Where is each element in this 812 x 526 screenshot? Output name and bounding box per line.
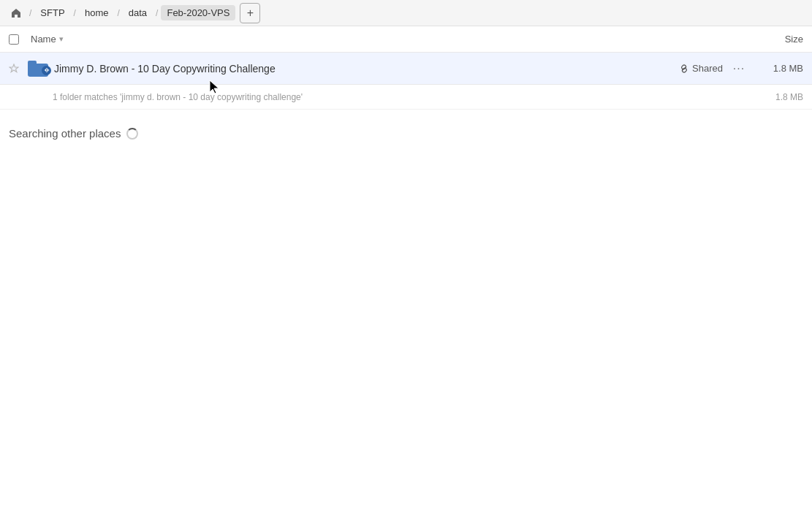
searching-label: Searching other places xyxy=(9,127,121,140)
breadcrumb-bar: / SFTP / home / data / Feb-2020-VPS + xyxy=(0,0,812,26)
breadcrumb-sftp[interactable]: SFTP xyxy=(34,5,70,20)
sep-4: / xyxy=(156,8,158,18)
link-icon xyxy=(679,64,689,74)
shared-folder-icon xyxy=(28,61,48,77)
match-text: 1 folder matches 'jimmy d. brown - 10 da… xyxy=(53,92,752,102)
name-column-label: Name xyxy=(31,34,56,45)
more-icon: ··· xyxy=(733,62,745,75)
sep-1: / xyxy=(29,8,31,18)
loading-spinner xyxy=(126,128,138,140)
size-column-header[interactable]: Size xyxy=(745,34,803,45)
breadcrumb-data[interactable]: data xyxy=(123,5,153,20)
searching-row: Searching other places xyxy=(0,110,812,148)
sep-3: / xyxy=(117,8,119,18)
select-all-checkbox[interactable] xyxy=(9,34,19,45)
more-options-button[interactable]: ··· xyxy=(729,58,749,79)
name-column-header[interactable]: Name ▾ xyxy=(31,34,745,45)
folder-icon-wrap xyxy=(26,61,50,77)
sep-2: / xyxy=(74,8,76,18)
file-size: 1.8 MB xyxy=(752,63,803,74)
home-button[interactable] xyxy=(6,3,26,23)
shared-badge: Shared xyxy=(679,63,723,74)
breadcrumb-home[interactable]: home xyxy=(79,5,115,20)
match-size: 1.8 MB xyxy=(752,92,803,102)
select-all-checkbox-wrap[interactable] xyxy=(9,34,31,45)
shared-label: Shared xyxy=(692,63,723,74)
sort-icon: ▾ xyxy=(59,34,64,44)
column-header-row: Name ▾ Size xyxy=(0,26,812,53)
star-button[interactable] xyxy=(9,64,26,74)
file-row[interactable]: Jimmy D. Brown - 10 Day Copywriting Chal… xyxy=(0,53,812,85)
breadcrumb-feb2020vps[interactable]: Feb-2020-VPS xyxy=(161,5,235,20)
add-tab-button[interactable]: + xyxy=(240,3,260,23)
file-name: Jimmy D. Brown - 10 Day Copywriting Chal… xyxy=(54,63,679,75)
match-info-row: 1 folder matches 'jimmy d. brown - 10 da… xyxy=(0,85,812,110)
